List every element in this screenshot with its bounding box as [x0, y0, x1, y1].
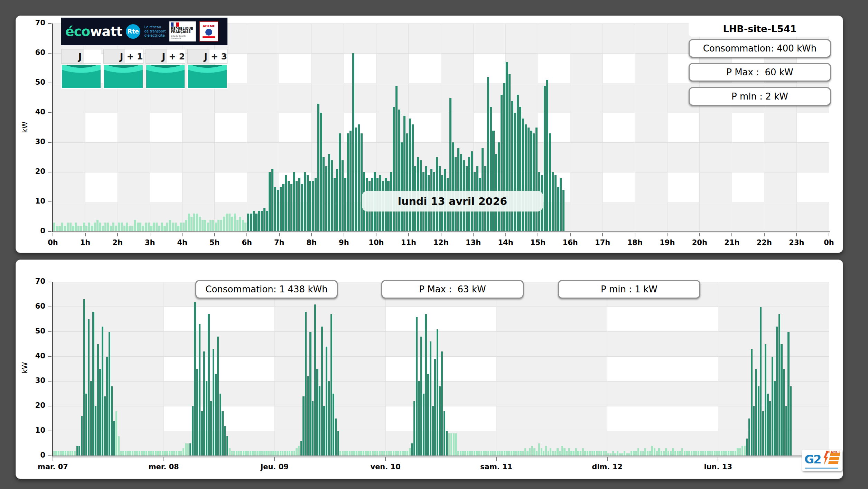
bar [293, 451, 295, 456]
day-button-j1[interactable]: J + 1 [103, 49, 143, 64]
ecowatt-signal-thumbnail-j3[interactable] [187, 65, 227, 89]
bar [131, 226, 133, 232]
bar [175, 223, 177, 232]
bar [544, 86, 546, 232]
ecowatt-signal-thumbnail-j1[interactable] [103, 65, 143, 89]
bar [721, 451, 722, 456]
bar [146, 451, 147, 456]
bar [661, 451, 662, 456]
grid-cell [732, 172, 764, 202]
bar [92, 312, 94, 456]
day-button-j[interactable]: J [61, 49, 101, 64]
y-axis-line [52, 23, 53, 232]
date-tooltip: lundi 13 avril 2026 [362, 191, 543, 211]
day-button-j3[interactable]: J + 3 [187, 49, 227, 64]
bar [94, 223, 96, 232]
bar [367, 451, 369, 456]
grid-vline [607, 282, 607, 456]
bar [169, 451, 170, 456]
bar [127, 451, 129, 456]
bar [563, 448, 565, 456]
bar [83, 299, 85, 456]
bar [457, 148, 459, 232]
bar [412, 124, 414, 232]
bar [208, 314, 209, 456]
bar [164, 226, 166, 232]
x-tick-label: ven. 10 [361, 463, 410, 471]
bar [102, 226, 104, 232]
bar [624, 451, 625, 456]
x-tick [274, 457, 275, 461]
y-tick [48, 23, 52, 24]
bar [204, 220, 206, 232]
bar [122, 451, 124, 456]
bar [104, 223, 106, 232]
bar [695, 451, 697, 456]
x-tick [667, 233, 668, 236]
bar [536, 451, 538, 456]
bar [134, 451, 136, 456]
bar [714, 451, 716, 456]
bar [212, 220, 214, 232]
x-tick [376, 233, 376, 236]
bar [519, 107, 521, 232]
bar [520, 451, 521, 456]
bar [346, 451, 348, 456]
bar [148, 223, 150, 232]
grid-cell [538, 142, 570, 172]
bar [228, 214, 231, 232]
x-tick [496, 457, 497, 461]
grid-cell [603, 172, 635, 202]
grid-vline [603, 23, 603, 232]
y-tick-label: 40 [15, 352, 45, 360]
grid-cell [635, 23, 668, 53]
bar [323, 157, 325, 232]
bar [342, 160, 344, 232]
bar [467, 451, 468, 456]
bar [501, 451, 503, 456]
bar [209, 220, 212, 232]
bar [224, 426, 226, 456]
bar [269, 172, 271, 232]
bar [58, 451, 59, 456]
bar [88, 223, 90, 232]
bar [552, 172, 554, 232]
ecowatt-signal-thumbnail-j[interactable] [61, 65, 101, 89]
bar [282, 451, 283, 456]
bar [334, 178, 336, 232]
x-tick-label: mar. 07 [29, 463, 77, 471]
bar [331, 160, 333, 232]
g2e-logo-inner: G2 FRANCE [802, 450, 842, 471]
bar [681, 448, 683, 456]
grid-cell [164, 332, 275, 357]
grid-cell [182, 142, 215, 172]
bar [360, 451, 362, 456]
bar [115, 226, 117, 232]
day-button-j2[interactable]: J + 2 [146, 49, 186, 64]
daily-chart-card: 0h1h2h3h4h5h6h7h8h9h10h11h12h13h14h15h16… [16, 16, 843, 253]
ecowatt-signal-thumbnail-j2[interactable] [146, 65, 186, 89]
bar [460, 451, 461, 456]
bar [53, 451, 55, 456]
y-tick [48, 83, 52, 83]
grid-vline [718, 282, 718, 456]
g2e-logo-text: G2 [804, 452, 821, 466]
grid-vline [164, 282, 164, 456]
x-tick [829, 233, 829, 236]
bar [723, 451, 725, 456]
bar [164, 451, 166, 456]
bar [487, 451, 489, 456]
bar [139, 223, 141, 232]
bar [328, 154, 330, 232]
bar [233, 451, 235, 456]
grid-cell [496, 357, 607, 382]
grid-cell [607, 357, 718, 382]
bar [136, 451, 138, 456]
bar [187, 443, 189, 456]
bar [150, 226, 152, 232]
grid-cell [344, 53, 376, 83]
bar [774, 381, 775, 456]
bar [185, 443, 187, 456]
bar [201, 411, 203, 456]
grid-cell [667, 142, 700, 172]
